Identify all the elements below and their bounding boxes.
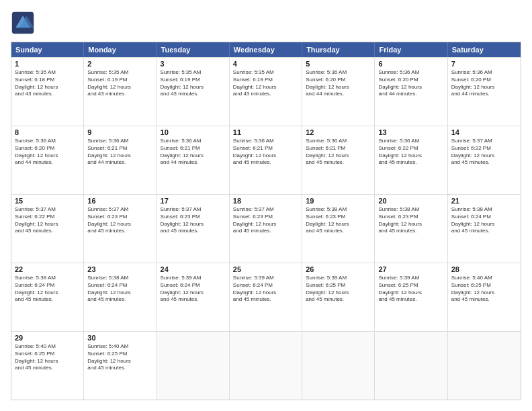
calendar-cell: 14Sunrise: 5:37 AM Sunset: 6:22 PM Dayli… [448, 126, 521, 194]
calendar-cell [448, 332, 521, 400]
day-info: Sunrise: 5:36 AM Sunset: 6:21 PM Dayligh… [306, 138, 371, 167]
day-info: Sunrise: 5:37 AM Sunset: 6:23 PM Dayligh… [161, 206, 226, 235]
day-info: Sunrise: 5:36 AM Sunset: 6:20 PM Dayligh… [306, 69, 371, 98]
day-number: 19 [306, 197, 371, 205]
day-info: Sunrise: 5:39 AM Sunset: 6:25 PM Dayligh… [378, 275, 443, 304]
day-number: 22 [15, 265, 80, 273]
calendar-cell: 22Sunrise: 5:38 AM Sunset: 6:24 PM Dayli… [11, 263, 84, 331]
day-number: 20 [378, 197, 443, 205]
calendar-cell: 15Sunrise: 5:37 AM Sunset: 6:22 PM Dayli… [11, 195, 84, 263]
day-info: Sunrise: 5:37 AM Sunset: 6:23 PM Dayligh… [87, 206, 152, 235]
calendar-header: SundayMondayTuesdayWednesdayThursdayFrid… [11, 42, 521, 57]
calendar-row: 22Sunrise: 5:38 AM Sunset: 6:24 PM Dayli… [11, 263, 521, 331]
day-info: Sunrise: 5:38 AM Sunset: 6:24 PM Dayligh… [87, 275, 152, 304]
day-info: Sunrise: 5:36 AM Sunset: 6:20 PM Dayligh… [15, 138, 80, 167]
calendar-cell: 11Sunrise: 5:36 AM Sunset: 6:21 PM Dayli… [230, 126, 302, 194]
calendar-cell: 13Sunrise: 5:36 AM Sunset: 6:22 PM Dayli… [375, 126, 447, 194]
calendar-body: 1Sunrise: 5:35 AM Sunset: 6:18 PM Daylig… [11, 57, 521, 400]
calendar-cell: 7Sunrise: 5:36 AM Sunset: 6:20 PM Daylig… [448, 58, 521, 126]
logo [11, 11, 38, 35]
day-info: Sunrise: 5:36 AM Sunset: 6:21 PM Dayligh… [87, 138, 152, 167]
logo-icon [11, 11, 35, 35]
weekday-header: Wednesday [230, 42, 302, 57]
day-number: 6 [378, 60, 443, 68]
calendar-cell: 2Sunrise: 5:35 AM Sunset: 6:19 PM Daylig… [84, 58, 157, 126]
weekday-header: Tuesday [157, 42, 230, 57]
calendar-cell [302, 332, 375, 400]
calendar-cell: 28Sunrise: 5:40 AM Sunset: 6:25 PM Dayli… [448, 263, 521, 331]
day-info: Sunrise: 5:35 AM Sunset: 6:18 PM Dayligh… [15, 69, 80, 98]
day-number: 3 [161, 60, 226, 68]
calendar-cell: 21Sunrise: 5:38 AM Sunset: 6:24 PM Dayli… [448, 195, 521, 263]
calendar-cell: 8Sunrise: 5:36 AM Sunset: 6:20 PM Daylig… [11, 126, 84, 194]
day-number: 26 [306, 265, 371, 273]
calendar-cell: 30Sunrise: 5:40 AM Sunset: 6:25 PM Dayli… [84, 332, 157, 400]
day-number: 2 [87, 60, 152, 68]
day-info: Sunrise: 5:39 AM Sunset: 6:24 PM Dayligh… [233, 275, 298, 304]
day-info: Sunrise: 5:38 AM Sunset: 6:24 PM Dayligh… [451, 206, 517, 235]
calendar-cell: 29Sunrise: 5:40 AM Sunset: 6:25 PM Dayli… [11, 332, 84, 400]
calendar-cell: 6Sunrise: 5:36 AM Sunset: 6:20 PM Daylig… [375, 58, 447, 126]
day-info: Sunrise: 5:38 AM Sunset: 6:24 PM Dayligh… [15, 275, 80, 304]
day-number: 11 [233, 128, 298, 136]
calendar-cell [230, 332, 302, 400]
day-number: 18 [233, 197, 298, 205]
weekday-header: Thursday [302, 42, 375, 57]
day-number: 9 [87, 128, 152, 136]
page: SundayMondayTuesdayWednesdayThursdayFrid… [0, 0, 532, 411]
day-info: Sunrise: 5:40 AM Sunset: 6:25 PM Dayligh… [87, 343, 152, 372]
calendar-cell: 9Sunrise: 5:36 AM Sunset: 6:21 PM Daylig… [84, 126, 157, 194]
calendar-cell: 25Sunrise: 5:39 AM Sunset: 6:24 PM Dayli… [230, 263, 302, 331]
calendar-row: 1Sunrise: 5:35 AM Sunset: 6:18 PM Daylig… [11, 57, 521, 126]
day-info: Sunrise: 5:37 AM Sunset: 6:23 PM Dayligh… [233, 206, 298, 235]
day-number: 28 [451, 265, 517, 273]
calendar-cell: 4Sunrise: 5:35 AM Sunset: 6:19 PM Daylig… [230, 58, 302, 126]
calendar-row: 15Sunrise: 5:37 AM Sunset: 6:22 PM Dayli… [11, 194, 521, 263]
weekday-header: Monday [84, 42, 157, 57]
day-info: Sunrise: 5:38 AM Sunset: 6:23 PM Dayligh… [306, 206, 371, 235]
day-number: 5 [306, 60, 371, 68]
day-number: 24 [161, 265, 226, 273]
calendar-cell [157, 332, 230, 400]
day-info: Sunrise: 5:36 AM Sunset: 6:21 PM Dayligh… [233, 138, 298, 167]
calendar-cell: 3Sunrise: 5:35 AM Sunset: 6:19 PM Daylig… [157, 58, 230, 126]
day-info: Sunrise: 5:39 AM Sunset: 6:25 PM Dayligh… [306, 275, 371, 304]
day-number: 16 [87, 197, 152, 205]
day-number: 30 [87, 334, 152, 342]
calendar-row: 8Sunrise: 5:36 AM Sunset: 6:20 PM Daylig… [11, 126, 521, 194]
day-number: 1 [15, 60, 80, 68]
day-number: 10 [161, 128, 226, 136]
day-number: 14 [451, 128, 517, 136]
day-number: 12 [306, 128, 371, 136]
day-info: Sunrise: 5:39 AM Sunset: 6:24 PM Dayligh… [161, 275, 226, 304]
calendar-cell: 23Sunrise: 5:38 AM Sunset: 6:24 PM Dayli… [84, 263, 157, 331]
day-number: 17 [161, 197, 226, 205]
calendar-cell: 1Sunrise: 5:35 AM Sunset: 6:18 PM Daylig… [11, 58, 84, 126]
calendar-cell: 10Sunrise: 5:36 AM Sunset: 6:21 PM Dayli… [157, 126, 230, 194]
calendar-row: 29Sunrise: 5:40 AM Sunset: 6:25 PM Dayli… [11, 331, 521, 400]
day-info: Sunrise: 5:35 AM Sunset: 6:19 PM Dayligh… [161, 69, 226, 98]
day-info: Sunrise: 5:38 AM Sunset: 6:23 PM Dayligh… [378, 206, 443, 235]
calendar-cell: 24Sunrise: 5:39 AM Sunset: 6:24 PM Dayli… [157, 263, 230, 331]
calendar-cell: 27Sunrise: 5:39 AM Sunset: 6:25 PM Dayli… [375, 263, 447, 331]
day-info: Sunrise: 5:40 AM Sunset: 6:25 PM Dayligh… [451, 275, 517, 304]
calendar-cell [375, 332, 447, 400]
calendar-cell: 16Sunrise: 5:37 AM Sunset: 6:23 PM Dayli… [84, 195, 157, 263]
calendar-cell: 17Sunrise: 5:37 AM Sunset: 6:23 PM Dayli… [157, 195, 230, 263]
day-info: Sunrise: 5:36 AM Sunset: 6:22 PM Dayligh… [378, 138, 443, 167]
day-info: Sunrise: 5:36 AM Sunset: 6:20 PM Dayligh… [451, 69, 517, 98]
calendar-cell: 19Sunrise: 5:38 AM Sunset: 6:23 PM Dayli… [302, 195, 375, 263]
day-info: Sunrise: 5:40 AM Sunset: 6:25 PM Dayligh… [15, 343, 80, 372]
day-number: 21 [451, 197, 517, 205]
day-info: Sunrise: 5:35 AM Sunset: 6:19 PM Dayligh… [233, 69, 298, 98]
day-number: 27 [378, 265, 443, 273]
weekday-header: Sunday [11, 42, 84, 57]
day-number: 13 [378, 128, 443, 136]
calendar-cell: 20Sunrise: 5:38 AM Sunset: 6:23 PM Dayli… [375, 195, 447, 263]
day-info: Sunrise: 5:37 AM Sunset: 6:22 PM Dayligh… [451, 138, 517, 167]
weekday-header: Saturday [448, 42, 521, 57]
header [11, 11, 521, 35]
calendar-cell: 18Sunrise: 5:37 AM Sunset: 6:23 PM Dayli… [230, 195, 302, 263]
day-number: 4 [233, 60, 298, 68]
day-info: Sunrise: 5:36 AM Sunset: 6:20 PM Dayligh… [378, 69, 443, 98]
